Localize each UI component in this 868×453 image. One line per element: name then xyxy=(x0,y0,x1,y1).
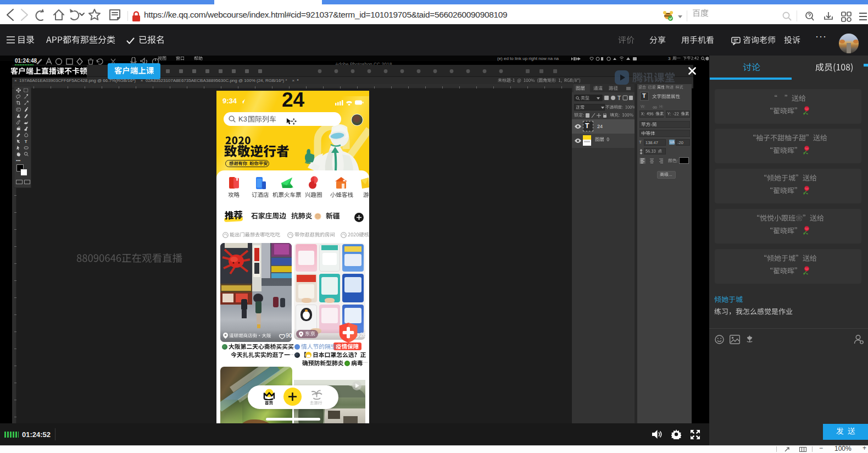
svg-text:VA: VA xyxy=(670,140,675,144)
svg-text:T: T xyxy=(617,95,621,101)
svg-text:T: T xyxy=(25,139,27,144)
